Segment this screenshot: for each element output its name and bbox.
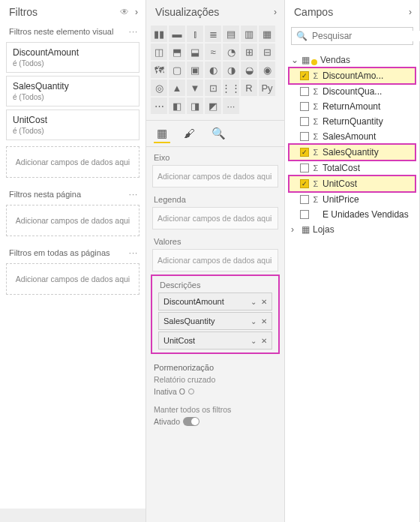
viz-type-icon[interactable]: ◑ [223, 62, 239, 78]
field-node[interactable]: Σ DiscountQua... [290, 84, 415, 99]
filters-page-dropzone[interactable]: Adicionar campos de dados aqui [6, 205, 140, 236]
field-node[interactable]: E Unidades Vendidas [290, 207, 415, 222]
search-box[interactable]: 🔍 [291, 27, 413, 45]
chevron-down-icon[interactable]: ⌄ [250, 337, 256, 345]
collapse-viz-icon[interactable]: › [274, 7, 277, 17]
viz-type-icon[interactable]: ◨ [187, 98, 203, 114]
tooltip-field-name: DiscountAmount [164, 297, 224, 306]
viz-type-icon[interactable]: ▣ [187, 62, 203, 78]
toggle-on-icon[interactable] [183, 417, 200, 426]
remove-icon[interactable]: ✕ [261, 337, 267, 345]
values-well[interactable]: Adicionar campos de dados aqui [152, 249, 278, 272]
collapse-fields-icon[interactable]: › [409, 7, 412, 17]
checkbox[interactable] [300, 195, 309, 204]
viz-type-icon[interactable]: R [241, 80, 257, 96]
viz-type-icon[interactable]: ⫿ [187, 26, 203, 42]
table-node[interactable]: ⌄ ▦ Vendas [290, 52, 415, 68]
remove-icon[interactable]: ✕ [261, 298, 267, 306]
sigma-icon: Σ [312, 195, 320, 204]
collapse-filters-icon[interactable]: › [135, 7, 138, 17]
viz-type-icon[interactable]: ▦ [259, 26, 275, 42]
checkbox[interactable] [300, 148, 309, 157]
tooltip-field-name: UnitCost [164, 336, 195, 345]
viz-type-icon[interactable]: ⊡ [205, 80, 221, 96]
keep-filters-toggle-row: Ativado [146, 416, 284, 428]
chevron-icon[interactable]: › [291, 224, 298, 235]
viz-type-icon[interactable]: ⋯ [151, 98, 167, 114]
chevron-icon[interactable]: ⌄ [291, 55, 298, 65]
field-node[interactable]: Σ DiscountAmo... [290, 68, 415, 83]
field-node[interactable]: Σ ReturnQuantity [290, 114, 415, 129]
eye-icon[interactable]: 👁 [120, 7, 129, 17]
filters-all-dropzone[interactable]: Adicionar campos de dados aqui [6, 263, 140, 295]
axis-well[interactable]: Adicionar campos de dados aqui [152, 165, 278, 188]
viz-type-icon[interactable]: ◎ [151, 80, 167, 96]
viz-type-icon[interactable]: ▢ [169, 62, 185, 78]
viz-type-icon[interactable]: ▲ [169, 80, 185, 96]
remove-icon[interactable]: ✕ [261, 317, 267, 326]
viz-type-icon[interactable]: ◒ [241, 62, 257, 78]
viz-type-icon[interactable]: ▤ [223, 26, 239, 42]
checkbox[interactable] [300, 210, 309, 219]
more-icon[interactable]: ··· [129, 190, 138, 199]
checkbox[interactable] [300, 87, 309, 96]
tooltip-field-item[interactable]: DiscountAmount ⌄ ✕ [158, 292, 272, 310]
radio-off-icon[interactable] [188, 388, 194, 394]
legend-well[interactable]: Adicionar campos de dados aqui [152, 207, 278, 230]
viz-type-icon[interactable]: ⬓ [187, 44, 203, 60]
chevron-down-icon[interactable]: ⌄ [250, 317, 256, 326]
viz-type-icon[interactable]: ▥ [241, 26, 257, 42]
field-node[interactable]: Σ TotalCost [290, 160, 415, 176]
search-input[interactable] [312, 31, 420, 41]
filters-footer [0, 508, 146, 522]
table-icon: ▦ [302, 55, 310, 65]
sigma-icon: Σ [312, 87, 320, 96]
viz-type-icon[interactable]: ≈ [205, 44, 221, 60]
viz-type-icon[interactable]: ▼ [187, 80, 203, 96]
viz-type-icon[interactable]: ◔ [223, 44, 239, 60]
filter-card[interactable]: UnitCost é (Todos) [6, 110, 140, 140]
tooltip-field-item[interactable]: UnitCost ⌄ ✕ [158, 332, 272, 350]
analytics-tab-icon[interactable]: 🔍 [208, 125, 229, 143]
more-icon[interactable]: ··· [129, 248, 138, 257]
viz-type-icon[interactable]: ▬ [169, 26, 185, 42]
viz-type-icon[interactable]: Py [259, 80, 275, 96]
more-icon[interactable]: ··· [129, 27, 138, 36]
tooltip-field-name: SalesQuantity [164, 316, 214, 326]
tooltip-field-item[interactable]: SalesQuantity ⌄ ✕ [158, 312, 272, 330]
format-tab-icon[interactable]: 🖌 [181, 125, 198, 143]
checkbox[interactable] [300, 132, 309, 141]
checkbox[interactable] [300, 164, 309, 172]
sigma-icon: Σ [312, 179, 320, 188]
checkbox[interactable] [300, 102, 309, 111]
viz-type-icon[interactable]: ⋮⋮ [223, 80, 239, 96]
viz-type-icon[interactable]: ◉ [259, 62, 275, 78]
filter-card[interactable]: DiscountAmount é (Todos) [6, 42, 140, 73]
viz-type-icon[interactable]: ◫ [151, 44, 167, 60]
field-node[interactable]: Σ UnitPrice [290, 192, 415, 207]
viz-type-icon[interactable]: 🗺 [151, 62, 167, 78]
checkbox[interactable] [300, 117, 309, 126]
viz-type-icon[interactable]: ⊟ [259, 44, 275, 60]
filter-card[interactable]: SalesQuantity é (Todos) [6, 76, 140, 106]
viz-type-icon[interactable]: ≣ [205, 26, 221, 42]
filters-visual-dropzone[interactable]: Adicionar campos de dados aqui [6, 146, 140, 178]
viz-type-icon[interactable]: ··· [223, 98, 239, 114]
field-name: SalesAmount [322, 131, 376, 142]
checkbox[interactable] [300, 179, 309, 188]
viz-type-icon[interactable]: ⊞ [241, 44, 257, 60]
viz-type-icon[interactable]: ◐ [205, 62, 221, 78]
fields-tab-icon[interactable]: ▦ [154, 125, 170, 143]
viz-type-icon[interactable]: ⬒ [169, 44, 185, 60]
table-node[interactable]: › ▦ Lojas [290, 222, 415, 237]
table-name: Lojas [313, 224, 334, 235]
viz-type-icon[interactable]: ◩ [205, 98, 221, 114]
chevron-down-icon[interactable]: ⌄ [250, 298, 256, 306]
viz-type-icon[interactable]: ▮▮ [151, 26, 167, 42]
viz-type-icon[interactable]: ◧ [169, 98, 185, 114]
checkbox[interactable] [300, 71, 309, 80]
field-node[interactable]: Σ UnitCost [290, 176, 415, 191]
field-node[interactable]: Σ ReturnAmount [290, 99, 415, 114]
field-node[interactable]: Σ SalesQuantity [290, 145, 415, 160]
field-node[interactable]: Σ SalesAmount [290, 129, 415, 144]
